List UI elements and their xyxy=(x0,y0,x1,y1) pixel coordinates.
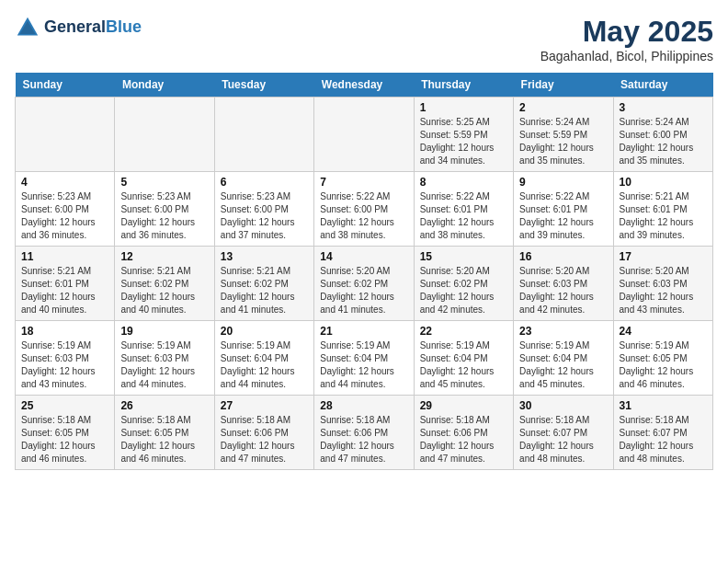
day-number: 12 xyxy=(120,250,208,263)
day-info: Sunrise: 5:19 AM Sunset: 6:03 PM Dayligh… xyxy=(120,339,208,391)
day-number: 23 xyxy=(519,325,607,338)
day-number: 13 xyxy=(221,250,308,263)
weekday-header: Saturday xyxy=(613,73,712,98)
day-info: Sunrise: 5:23 AM Sunset: 6:00 PM Dayligh… xyxy=(21,190,108,242)
day-number: 3 xyxy=(620,101,707,114)
calendar-week-row: 18Sunrise: 5:19 AM Sunset: 6:03 PM Dayli… xyxy=(16,321,713,396)
calendar-cell: 4Sunrise: 5:23 AM Sunset: 6:00 PM Daylig… xyxy=(16,172,115,247)
calendar-cell: 18Sunrise: 5:19 AM Sunset: 6:03 PM Dayli… xyxy=(16,321,115,396)
calendar-cell: 20Sunrise: 5:19 AM Sunset: 6:04 PM Dayli… xyxy=(214,321,313,396)
calendar-cell: 13Sunrise: 5:21 AM Sunset: 6:02 PM Dayli… xyxy=(214,247,313,321)
day-number: 25 xyxy=(21,399,108,412)
weekday-header: Wednesday xyxy=(314,73,414,98)
logo-icon xyxy=(15,15,40,40)
calendar-table: SundayMondayTuesdayWednesdayThursdayFrid… xyxy=(15,73,713,470)
calendar-cell: 9Sunrise: 5:22 AM Sunset: 6:01 PM Daylig… xyxy=(514,172,613,247)
calendar-cell: 24Sunrise: 5:19 AM Sunset: 6:05 PM Dayli… xyxy=(613,321,712,396)
page-header: GeneralBlue May 2025 Bagahanlad, Bicol, … xyxy=(15,15,713,63)
calendar-cell xyxy=(16,98,115,172)
calendar-cell: 23Sunrise: 5:19 AM Sunset: 6:04 PM Dayli… xyxy=(514,321,613,396)
day-number: 17 xyxy=(620,250,707,263)
day-info: Sunrise: 5:19 AM Sunset: 6:04 PM Dayligh… xyxy=(420,339,507,391)
day-number: 16 xyxy=(519,250,607,263)
calendar-cell: 12Sunrise: 5:21 AM Sunset: 6:02 PM Dayli… xyxy=(115,247,214,321)
day-number: 19 xyxy=(120,325,208,338)
calendar-cell: 31Sunrise: 5:18 AM Sunset: 6:07 PM Dayli… xyxy=(613,396,712,470)
calendar-cell: 28Sunrise: 5:18 AM Sunset: 6:06 PM Dayli… xyxy=(314,396,414,470)
day-number: 8 xyxy=(420,176,507,189)
day-info: Sunrise: 5:25 AM Sunset: 5:59 PM Dayligh… xyxy=(420,116,507,167)
day-info: Sunrise: 5:22 AM Sunset: 6:00 PM Dayligh… xyxy=(320,190,407,242)
calendar-cell: 30Sunrise: 5:18 AM Sunset: 6:07 PM Dayli… xyxy=(514,396,613,470)
calendar-cell: 15Sunrise: 5:20 AM Sunset: 6:02 PM Dayli… xyxy=(414,247,513,321)
day-info: Sunrise: 5:21 AM Sunset: 6:01 PM Dayligh… xyxy=(21,265,108,316)
day-info: Sunrise: 5:20 AM Sunset: 6:02 PM Dayligh… xyxy=(320,265,407,316)
calendar-cell: 2Sunrise: 5:24 AM Sunset: 5:59 PM Daylig… xyxy=(514,98,613,172)
calendar-cell: 27Sunrise: 5:18 AM Sunset: 6:06 PM Dayli… xyxy=(214,396,313,470)
day-number: 27 xyxy=(221,399,308,412)
day-number: 31 xyxy=(620,399,707,412)
day-info: Sunrise: 5:22 AM Sunset: 6:01 PM Dayligh… xyxy=(420,190,507,242)
logo: GeneralBlue xyxy=(15,15,142,40)
day-number: 1 xyxy=(420,101,507,114)
main-title: May 2025 xyxy=(540,15,713,49)
day-info: Sunrise: 5:18 AM Sunset: 6:06 PM Dayligh… xyxy=(320,414,407,465)
weekday-header: Sunday xyxy=(16,73,115,98)
calendar-cell: 6Sunrise: 5:23 AM Sunset: 6:00 PM Daylig… xyxy=(214,172,313,247)
calendar-cell: 22Sunrise: 5:19 AM Sunset: 6:04 PM Dayli… xyxy=(414,321,513,396)
calendar-week-row: 1Sunrise: 5:25 AM Sunset: 5:59 PM Daylig… xyxy=(16,98,713,172)
day-number: 30 xyxy=(519,399,607,412)
day-number: 14 xyxy=(320,250,407,263)
weekday-header: Tuesday xyxy=(214,73,313,98)
day-info: Sunrise: 5:18 AM Sunset: 6:07 PM Dayligh… xyxy=(519,414,607,465)
day-number: 29 xyxy=(420,399,507,412)
calendar-week-row: 4Sunrise: 5:23 AM Sunset: 6:00 PM Daylig… xyxy=(16,172,713,247)
subtitle: Bagahanlad, Bicol, Philippines xyxy=(540,49,713,63)
day-info: Sunrise: 5:19 AM Sunset: 6:04 PM Dayligh… xyxy=(320,339,407,391)
calendar-cell xyxy=(115,98,214,172)
day-info: Sunrise: 5:23 AM Sunset: 6:00 PM Dayligh… xyxy=(221,190,308,242)
day-info: Sunrise: 5:24 AM Sunset: 5:59 PM Dayligh… xyxy=(519,116,607,167)
day-info: Sunrise: 5:19 AM Sunset: 6:04 PM Dayligh… xyxy=(519,339,607,391)
calendar-cell: 25Sunrise: 5:18 AM Sunset: 6:05 PM Dayli… xyxy=(16,396,115,470)
day-number: 20 xyxy=(221,325,308,338)
day-number: 26 xyxy=(120,399,208,412)
day-info: Sunrise: 5:19 AM Sunset: 6:05 PM Dayligh… xyxy=(620,339,707,391)
calendar-cell: 16Sunrise: 5:20 AM Sunset: 6:03 PM Dayli… xyxy=(514,247,613,321)
day-number: 21 xyxy=(320,325,407,338)
calendar-cell: 11Sunrise: 5:21 AM Sunset: 6:01 PM Dayli… xyxy=(16,247,115,321)
logo-text: GeneralBlue xyxy=(44,18,142,37)
day-number: 6 xyxy=(221,176,308,189)
day-info: Sunrise: 5:24 AM Sunset: 6:00 PM Dayligh… xyxy=(620,116,707,167)
day-number: 4 xyxy=(21,176,108,189)
day-info: Sunrise: 5:20 AM Sunset: 6:03 PM Dayligh… xyxy=(519,265,607,316)
day-info: Sunrise: 5:20 AM Sunset: 6:02 PM Dayligh… xyxy=(420,265,507,316)
calendar-cell: 7Sunrise: 5:22 AM Sunset: 6:00 PM Daylig… xyxy=(314,172,414,247)
day-number: 5 xyxy=(120,176,208,189)
day-info: Sunrise: 5:19 AM Sunset: 6:04 PM Dayligh… xyxy=(221,339,308,391)
day-info: Sunrise: 5:18 AM Sunset: 6:05 PM Dayligh… xyxy=(21,414,108,465)
day-number: 9 xyxy=(519,176,607,189)
weekday-header: Monday xyxy=(115,73,214,98)
calendar-cell: 19Sunrise: 5:19 AM Sunset: 6:03 PM Dayli… xyxy=(115,321,214,396)
calendar-cell: 21Sunrise: 5:19 AM Sunset: 6:04 PM Dayli… xyxy=(314,321,414,396)
weekday-header-row: SundayMondayTuesdayWednesdayThursdayFrid… xyxy=(16,73,713,98)
calendar-week-row: 11Sunrise: 5:21 AM Sunset: 6:01 PM Dayli… xyxy=(16,247,713,321)
weekday-header: Thursday xyxy=(414,73,513,98)
day-number: 22 xyxy=(420,325,507,338)
day-info: Sunrise: 5:21 AM Sunset: 6:02 PM Dayligh… xyxy=(221,265,308,316)
calendar-cell xyxy=(214,98,313,172)
day-number: 15 xyxy=(420,250,507,263)
day-number: 2 xyxy=(519,101,607,114)
title-block: May 2025 Bagahanlad, Bicol, Philippines xyxy=(540,15,713,63)
calendar-cell: 26Sunrise: 5:18 AM Sunset: 6:05 PM Dayli… xyxy=(115,396,214,470)
day-info: Sunrise: 5:18 AM Sunset: 6:06 PM Dayligh… xyxy=(420,414,507,465)
day-info: Sunrise: 5:21 AM Sunset: 6:01 PM Dayligh… xyxy=(620,190,707,242)
day-number: 11 xyxy=(21,250,108,263)
calendar-cell: 17Sunrise: 5:20 AM Sunset: 6:03 PM Dayli… xyxy=(613,247,712,321)
calendar-week-row: 25Sunrise: 5:18 AM Sunset: 6:05 PM Dayli… xyxy=(16,396,713,470)
calendar-cell: 14Sunrise: 5:20 AM Sunset: 6:02 PM Dayli… xyxy=(314,247,414,321)
day-info: Sunrise: 5:19 AM Sunset: 6:03 PM Dayligh… xyxy=(21,339,108,391)
day-number: 28 xyxy=(320,399,407,412)
calendar-cell: 29Sunrise: 5:18 AM Sunset: 6:06 PM Dayli… xyxy=(414,396,513,470)
